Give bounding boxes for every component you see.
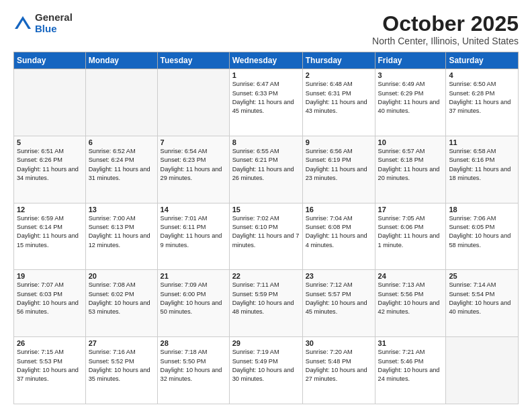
day-number: 19	[17, 272, 83, 280]
table-row: 22Sunrise: 7:11 AMSunset: 5:59 PMDayligh…	[229, 270, 302, 337]
table-row: 13Sunrise: 7:00 AMSunset: 6:13 PMDayligh…	[85, 203, 157, 270]
col-thursday: Thursday	[302, 52, 375, 69]
day-info: Sunrise: 6:48 AMSunset: 6:31 PMDaylight:…	[306, 80, 372, 116]
day-info: Sunrise: 6:47 AMSunset: 6:33 PMDaylight:…	[232, 80, 300, 116]
day-info: Sunrise: 6:50 AMSunset: 6:28 PMDaylight:…	[449, 80, 515, 116]
day-info: Sunrise: 7:19 AMSunset: 5:49 PMDaylight:…	[232, 348, 300, 383]
calendar-week-row: 12Sunrise: 6:59 AMSunset: 6:14 PMDayligh…	[14, 203, 519, 270]
day-info: Sunrise: 7:16 AMSunset: 5:52 PMDaylight:…	[89, 348, 154, 383]
day-number: 21	[161, 272, 226, 280]
col-tuesday: Tuesday	[157, 52, 229, 69]
table-row: 5Sunrise: 6:51 AMSunset: 6:26 PMDaylight…	[14, 136, 86, 203]
day-info: Sunrise: 7:13 AMSunset: 5:56 PMDaylight:…	[378, 281, 443, 316]
day-number: 28	[161, 339, 226, 347]
col-monday: Monday	[85, 52, 157, 69]
table-row: 15Sunrise: 7:02 AMSunset: 6:10 PMDayligh…	[229, 203, 302, 270]
day-info: Sunrise: 7:15 AMSunset: 5:53 PMDaylight:…	[17, 348, 83, 383]
table-row: 14Sunrise: 7:01 AMSunset: 6:11 PMDayligh…	[157, 203, 229, 270]
day-info: Sunrise: 6:54 AMSunset: 6:23 PMDaylight:…	[161, 147, 226, 183]
calendar-week-row: 5Sunrise: 6:51 AMSunset: 6:26 PMDaylight…	[14, 136, 519, 203]
table-row	[14, 69, 86, 136]
day-info: Sunrise: 6:52 AMSunset: 6:24 PMDaylight:…	[89, 147, 154, 183]
day-info: Sunrise: 7:06 AMSunset: 6:05 PMDaylight:…	[449, 214, 515, 250]
day-number: 12	[17, 205, 83, 214]
table-row: 3Sunrise: 6:49 AMSunset: 6:29 PMDaylight…	[375, 69, 446, 136]
day-info: Sunrise: 7:20 AMSunset: 5:48 PMDaylight:…	[306, 348, 372, 383]
table-row: 4Sunrise: 6:50 AMSunset: 6:28 PMDaylight…	[446, 69, 519, 136]
calendar: Sunday Monday Tuesday Wednesday Thursday…	[13, 52, 519, 404]
day-number: 15	[232, 205, 300, 214]
day-info: Sunrise: 6:58 AMSunset: 6:16 PMDaylight:…	[449, 147, 515, 183]
day-info: Sunrise: 6:49 AMSunset: 6:29 PMDaylight:…	[378, 80, 443, 116]
day-number: 31	[378, 339, 443, 347]
table-row: 31Sunrise: 7:21 AMSunset: 5:46 PMDayligh…	[375, 337, 446, 404]
table-row: 16Sunrise: 7:04 AMSunset: 6:08 PMDayligh…	[302, 203, 375, 270]
table-row: 1Sunrise: 6:47 AMSunset: 6:33 PMDaylight…	[229, 69, 302, 136]
table-row: 28Sunrise: 7:18 AMSunset: 5:50 PMDayligh…	[157, 337, 229, 404]
table-row	[446, 337, 519, 404]
table-row: 26Sunrise: 7:15 AMSunset: 5:53 PMDayligh…	[14, 337, 86, 404]
day-number: 18	[449, 205, 515, 214]
day-number: 9	[306, 138, 372, 146]
table-row	[157, 69, 229, 136]
day-number: 1	[232, 71, 300, 79]
day-number: 30	[306, 339, 372, 347]
table-row: 9Sunrise: 6:56 AMSunset: 6:19 PMDaylight…	[302, 136, 375, 203]
table-row: 27Sunrise: 7:16 AMSunset: 5:52 PMDayligh…	[85, 337, 157, 404]
day-number: 29	[232, 339, 300, 347]
table-row: 21Sunrise: 7:09 AMSunset: 6:00 PMDayligh…	[157, 270, 229, 337]
day-number: 23	[306, 272, 372, 280]
day-number: 8	[232, 138, 300, 146]
logo-text: General Blue	[35, 12, 73, 34]
title-block: October 2025 North Center, Illinois, Uni…	[372, 12, 519, 46]
day-info: Sunrise: 6:55 AMSunset: 6:21 PMDaylight:…	[232, 147, 300, 183]
calendar-week-row: 1Sunrise: 6:47 AMSunset: 6:33 PMDaylight…	[14, 69, 519, 136]
day-info: Sunrise: 6:57 AMSunset: 6:18 PMDaylight:…	[378, 147, 443, 183]
table-row: 24Sunrise: 7:13 AMSunset: 5:56 PMDayligh…	[375, 270, 446, 337]
day-info: Sunrise: 6:59 AMSunset: 6:14 PMDaylight:…	[17, 214, 83, 250]
day-number: 3	[378, 71, 443, 79]
table-row: 7Sunrise: 6:54 AMSunset: 6:23 PMDaylight…	[157, 136, 229, 203]
table-row: 25Sunrise: 7:14 AMSunset: 5:54 PMDayligh…	[446, 270, 519, 337]
day-info: Sunrise: 7:21 AMSunset: 5:46 PMDaylight:…	[378, 348, 443, 383]
table-row: 17Sunrise: 7:05 AMSunset: 6:06 PMDayligh…	[375, 203, 446, 270]
day-info: Sunrise: 7:14 AMSunset: 5:54 PMDaylight:…	[449, 281, 515, 316]
header: General Blue October 2025 North Center, …	[13, 12, 519, 46]
day-info: Sunrise: 6:56 AMSunset: 6:19 PMDaylight:…	[306, 147, 372, 183]
col-sunday: Sunday	[14, 52, 86, 69]
day-number: 14	[161, 205, 226, 214]
day-number: 26	[17, 339, 83, 347]
table-row: 29Sunrise: 7:19 AMSunset: 5:49 PMDayligh…	[229, 337, 302, 404]
day-number: 7	[161, 138, 226, 146]
table-row: 11Sunrise: 6:58 AMSunset: 6:16 PMDayligh…	[446, 136, 519, 203]
logo-blue: Blue	[35, 24, 73, 35]
day-info: Sunrise: 7:04 AMSunset: 6:08 PMDaylight:…	[306, 214, 372, 250]
day-number: 25	[449, 272, 515, 280]
logo-general: General	[35, 12, 73, 24]
table-row: 30Sunrise: 7:20 AMSunset: 5:48 PMDayligh…	[302, 337, 375, 404]
day-number: 11	[449, 138, 515, 146]
table-row: 18Sunrise: 7:06 AMSunset: 6:05 PMDayligh…	[446, 203, 519, 270]
col-friday: Friday	[375, 52, 446, 69]
page: General Blue October 2025 North Center, …	[0, 0, 532, 411]
table-row: 10Sunrise: 6:57 AMSunset: 6:18 PMDayligh…	[375, 136, 446, 203]
day-info: Sunrise: 7:02 AMSunset: 6:10 PMDaylight:…	[232, 214, 300, 250]
day-info: Sunrise: 7:08 AMSunset: 6:02 PMDaylight:…	[89, 281, 154, 316]
logo-icon	[13, 14, 32, 33]
day-number: 17	[378, 205, 443, 214]
col-wednesday: Wednesday	[229, 52, 302, 69]
day-number: 20	[89, 272, 154, 280]
day-info: Sunrise: 7:05 AMSunset: 6:06 PMDaylight:…	[378, 214, 443, 250]
header-row: Sunday Monday Tuesday Wednesday Thursday…	[14, 52, 519, 69]
day-info: Sunrise: 7:12 AMSunset: 5:57 PMDaylight:…	[306, 281, 372, 316]
day-info: Sunrise: 7:11 AMSunset: 5:59 PMDaylight:…	[232, 281, 300, 316]
day-number: 13	[89, 205, 154, 214]
day-info: Sunrise: 6:51 AMSunset: 6:26 PMDaylight:…	[17, 147, 83, 183]
calendar-week-row: 19Sunrise: 7:07 AMSunset: 6:03 PMDayligh…	[14, 270, 519, 337]
calendar-week-row: 26Sunrise: 7:15 AMSunset: 5:53 PMDayligh…	[14, 337, 519, 404]
day-number: 10	[378, 138, 443, 146]
table-row	[85, 69, 157, 136]
day-info: Sunrise: 7:00 AMSunset: 6:13 PMDaylight:…	[89, 214, 154, 250]
day-info: Sunrise: 7:09 AMSunset: 6:00 PMDaylight:…	[161, 281, 226, 316]
table-row: 19Sunrise: 7:07 AMSunset: 6:03 PMDayligh…	[14, 270, 86, 337]
